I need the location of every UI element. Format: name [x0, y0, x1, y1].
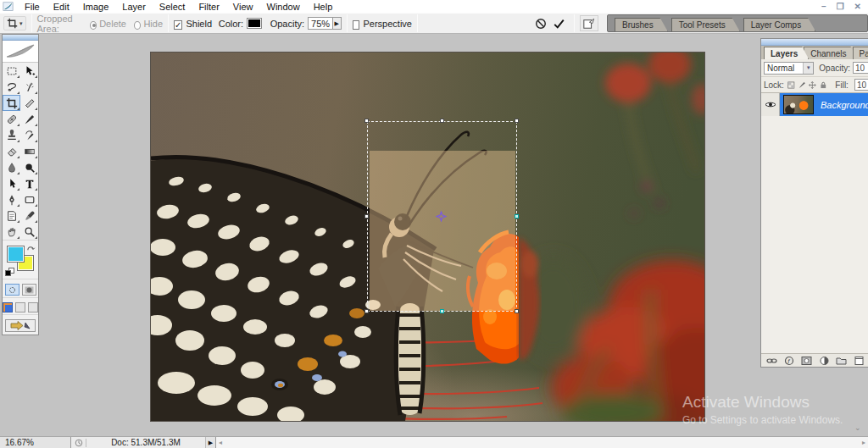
menu-layer[interactable]: Layer: [115, 2, 153, 12]
blend-mode-select[interactable]: Normal ▾: [764, 62, 814, 75]
bridge-icon: [582, 18, 595, 30]
crop-pivot-point[interactable]: [436, 211, 447, 222]
layer-style-icon[interactable]: f: [784, 356, 795, 366]
crop-handle-middle-right[interactable]: [515, 214, 519, 218]
lock-pixels-icon[interactable]: [798, 80, 806, 90]
swap-colors-icon[interactable]: [26, 244, 36, 252]
horizontal-scrollbar[interactable]: ◂ ▸: [216, 437, 868, 448]
opacity-input[interactable]: 75%: [308, 17, 333, 30]
menu-filter[interactable]: Filter: [192, 2, 225, 12]
tool-blur[interactable]: [3, 159, 20, 175]
layer-fill-input[interactable]: 10: [854, 79, 868, 91]
crop-handle-bottom-center[interactable]: [440, 309, 444, 313]
tool-rectangular-marquee[interactable]: [3, 63, 20, 79]
link-layers-icon[interactable]: [766, 356, 777, 366]
quick-mask-mode-button[interactable]: [22, 284, 36, 296]
svg-text:f: f: [787, 357, 790, 365]
menu-file[interactable]: File: [18, 2, 47, 12]
tab-channels[interactable]: Channels: [804, 47, 857, 59]
scroll-left-arrow[interactable]: ◂: [219, 439, 222, 446]
shield-checkbox[interactable]: ✓: [174, 20, 182, 30]
new-group-icon[interactable]: [836, 356, 847, 366]
minimize-button[interactable]: –: [821, 2, 826, 11]
tool-shape[interactable]: [20, 191, 38, 207]
menu-edit[interactable]: Edit: [47, 2, 76, 12]
menu-image[interactable]: Image: [76, 2, 116, 12]
vertical-scrollbar-down-arrow[interactable]: ⌄: [854, 423, 861, 432]
adjustment-layer-icon[interactable]: [819, 356, 830, 366]
cancel-crop-button[interactable]: [531, 15, 550, 31]
tab-brushes[interactable]: Brushes: [615, 18, 668, 31]
tool-eyedropper[interactable]: [20, 207, 38, 224]
menu-window[interactable]: Window: [260, 2, 307, 12]
tool-clone-stamp[interactable]: [3, 127, 20, 143]
tool-zoom[interactable]: [20, 224, 38, 240]
perspective-checkbox[interactable]: [353, 20, 360, 30]
lock-position-icon[interactable]: [809, 80, 816, 90]
crop-handle-top-right[interactable]: [515, 119, 519, 123]
crop-tool-preset-button[interactable]: ▾: [3, 16, 26, 30]
close-button[interactable]: ✕: [854, 2, 861, 11]
tool-notes[interactable]: [3, 207, 20, 224]
tool-magic-wand[interactable]: [20, 79, 38, 95]
tool-crop[interactable]: [3, 95, 20, 111]
menu-help[interactable]: Help: [307, 2, 340, 12]
tool-eraser[interactable]: [3, 143, 20, 159]
restore-button[interactable]: ❐: [837, 2, 844, 11]
visibility-cell[interactable]: [761, 93, 780, 116]
tab-layers[interactable]: Layers: [764, 47, 809, 59]
opacity-dropdown-arrow[interactable]: ▶: [333, 17, 342, 30]
menu-view[interactable]: View: [226, 2, 260, 12]
standard-mode-button[interactable]: [5, 284, 19, 296]
activate-windows-watermark: Activate Windows Go to Settings to activ…: [682, 393, 843, 426]
tab-layer-comps[interactable]: Layer Comps: [743, 18, 815, 31]
tool-brush[interactable]: [20, 111, 38, 127]
hide-radio[interactable]: [134, 21, 141, 30]
zoom-level-field[interactable]: 16.67%: [0, 437, 71, 448]
toolbox-title-bar[interactable]: [3, 35, 38, 41]
palette-well: Brushes Tool Presets Layer Comps: [607, 14, 868, 32]
tab-tool-presets[interactable]: Tool Presets: [671, 18, 740, 31]
document-canvas[interactable]: [151, 53, 704, 421]
tool-move[interactable]: [20, 63, 38, 79]
layer-opacity-input[interactable]: 10: [853, 62, 868, 74]
commit-crop-button[interactable]: [550, 15, 569, 31]
lock-all-icon[interactable]: [820, 80, 827, 90]
crop-handle-bottom-left[interactable]: [364, 309, 369, 313]
layers-panel-title-bar[interactable]: [761, 39, 868, 46]
standard-screen-mode-button[interactable]: [3, 302, 13, 312]
layer-thumbnail[interactable]: [783, 95, 814, 114]
crop-handle-middle-left[interactable]: [364, 214, 369, 218]
shield-color-swatch[interactable]: [247, 18, 261, 29]
eye-icon: [765, 101, 776, 108]
tab-paths[interactable]: Paths: [853, 47, 868, 59]
foreground-color-swatch[interactable]: [7, 246, 25, 263]
layer-mask-icon[interactable]: [801, 356, 812, 366]
crop-handle-top-center[interactable]: [440, 119, 444, 123]
fullscreen-mode-button[interactable]: [28, 302, 38, 312]
crop-handle-top-left[interactable]: [364, 119, 369, 123]
tool-hand[interactable]: [3, 224, 20, 240]
go-to-bridge-button[interactable]: [580, 15, 598, 31]
tool-lasso[interactable]: [3, 79, 20, 95]
document-size-info[interactable]: Doc: 51.3M/51.3M: [86, 438, 205, 447]
tool-healing-brush[interactable]: [3, 111, 20, 127]
status-expand-arrow[interactable]: ▶: [205, 437, 216, 448]
default-colors-icon[interactable]: [5, 268, 15, 277]
tool-dodge[interactable]: [20, 159, 38, 175]
crop-handle-bottom-right[interactable]: [515, 309, 519, 313]
tool-type[interactable]: [20, 175, 38, 191]
layer-row-background[interactable]: Background: [761, 93, 868, 116]
tool-pen[interactable]: [3, 191, 20, 207]
lock-transparency-icon[interactable]: [787, 80, 795, 90]
delete-radio[interactable]: [90, 21, 97, 30]
tool-slice[interactable]: [20, 95, 38, 111]
menu-select[interactable]: Select: [153, 2, 192, 12]
scroll-right-arrow[interactable]: ▸: [862, 439, 865, 446]
tool-gradient[interactable]: [20, 143, 38, 159]
fullscreen-menubar-mode-button[interactable]: [15, 302, 25, 312]
tool-path-selection[interactable]: [3, 175, 20, 191]
tool-history-brush[interactable]: [20, 127, 38, 143]
jump-to-imageready-button[interactable]: [5, 319, 36, 332]
new-layer-icon[interactable]: [854, 356, 865, 366]
